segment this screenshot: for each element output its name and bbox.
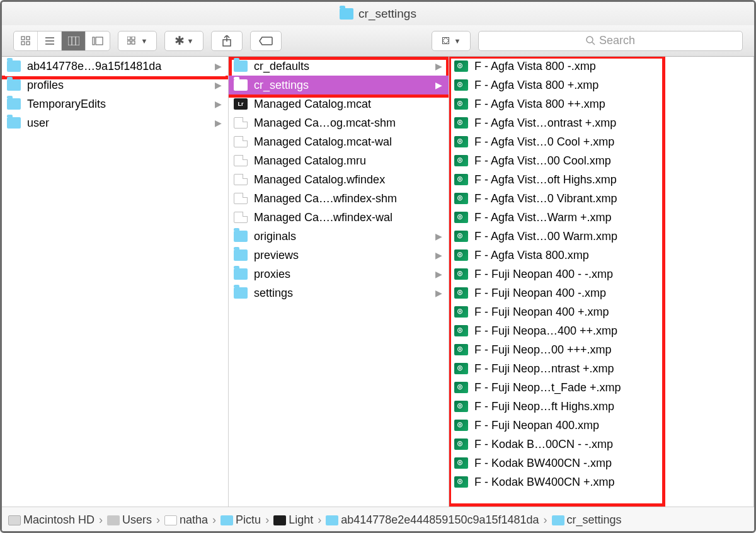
view-gallery-icon[interactable] <box>86 32 110 50</box>
path-segment[interactable]: Light <box>289 513 313 527</box>
xmp-icon <box>454 420 468 431</box>
chevron-right-icon: ▶ <box>215 99 222 109</box>
file-row[interactable]: cr_settings▶ <box>229 76 449 95</box>
file-row[interactable]: F - Agfa Vist…Warm +.xmp <box>449 208 753 227</box>
column-1[interactable]: ab414778e…9a15f1481da▶profiles▶Temporary… <box>2 57 229 507</box>
dropbox-button[interactable]: ⛋▼ <box>432 31 471 51</box>
file-name: F - Agfa Vist…ontrast +.xmp <box>474 117 616 130</box>
file-row[interactable]: F - Agfa Vista 800 ++.xmp <box>449 95 753 113</box>
search-field[interactable]: Search <box>478 31 743 51</box>
path-segment[interactable]: Users <box>122 513 152 527</box>
folder-icon <box>234 231 248 242</box>
file-row[interactable]: cr_defaults▶ <box>229 57 449 76</box>
file-name: Managed Ca…og.mcat-shm <box>254 117 396 130</box>
xmp-icon <box>454 457 468 469</box>
file-row[interactable]: F - Kodak BW400CN -.xmp <box>449 454 753 473</box>
chevron-down-icon: ▼ <box>454 37 461 45</box>
file-row[interactable]: F - Agfa Vist…ontrast +.xmp <box>449 113 753 132</box>
xmp-icon <box>454 212 468 223</box>
file-row[interactable]: F - Fuji Neopan 400 -.xmp <box>449 284 753 302</box>
file-row[interactable]: F - Agfa Vist…0 Cool +.xmp <box>449 132 753 151</box>
file-row[interactable]: F - Agfa Vist…oft Highs.xmp <box>449 170 753 189</box>
file-row[interactable]: F - Agfa Vist…00 Cool.xmp <box>449 151 753 170</box>
view-columns-icon[interactable] <box>62 32 86 50</box>
file-name: F - Fuji Neopan 400 +.xmp <box>474 306 609 319</box>
path-segment[interactable]: natha <box>180 513 208 527</box>
arrange-button[interactable]: ▼ <box>118 31 157 51</box>
file-name: F - Agfa Vista 800 ++.xmp <box>474 98 605 111</box>
xmp-icon <box>454 249 468 261</box>
folder-icon <box>340 8 353 20</box>
file-row[interactable]: F - Kodak BW400CN +.xmp <box>449 473 753 491</box>
file-row[interactable]: F - Fuji Neop…00 +++.xmp <box>449 340 753 359</box>
svg-rect-2 <box>21 42 25 45</box>
xmp-icon <box>454 306 468 318</box>
file-row[interactable]: F - Fuji Neopa…400 ++.xmp <box>449 321 753 340</box>
xmp-icon <box>454 193 468 204</box>
file-row[interactable]: originals▶ <box>229 227 449 246</box>
window-title: cr_settings <box>358 7 416 21</box>
file-row[interactable]: ab414778e…9a15f1481da▶ <box>2 57 228 76</box>
file-name: F - Agfa Vist…oft Highs.xmp <box>474 173 617 186</box>
chevron-down-icon: ▼ <box>141 37 148 45</box>
file-row[interactable]: user▶ <box>2 113 228 132</box>
file-row[interactable]: Managed Ca…og.mcat-shm <box>229 113 449 132</box>
file-name: F - Kodak BW400CN +.xmp <box>474 476 615 489</box>
xmp-icon <box>454 476 468 488</box>
file-row[interactable]: F - Fuji Neop…ft Highs.xmp <box>449 397 753 416</box>
file-row[interactable]: F - Kodak B…00CN - -.xmp <box>449 435 753 454</box>
file-row[interactable]: TemporaryEdits▶ <box>2 95 228 113</box>
folder-icon <box>7 79 21 91</box>
column-3[interactable]: F - Agfa Vista 800 -.xmpF - Agfa Vista 8… <box>449 57 754 507</box>
share-button[interactable] <box>211 31 243 51</box>
xmp-icon <box>454 382 468 393</box>
action-button[interactable]: ✱▼ <box>164 31 203 51</box>
file-row[interactable]: Managed Catalog.mcat <box>229 95 449 113</box>
svg-rect-11 <box>96 37 103 45</box>
file-name: proxies <box>254 268 290 281</box>
file-row[interactable]: F - Agfa Vista 800 -.xmp <box>449 57 753 76</box>
doc-icon <box>234 212 248 223</box>
file-row[interactable]: settings▶ <box>229 284 449 302</box>
file-name: F - Fuji Neop…ntrast +.xmp <box>474 362 614 375</box>
path-segment[interactable]: ab414778e2e444859150c9a15f1481da <box>341 513 539 527</box>
path-icon <box>326 515 338 525</box>
file-row[interactable]: profiles▶ <box>2 76 228 95</box>
file-row[interactable]: F - Fuji Neopan 400 - -.xmp <box>449 265 753 284</box>
view-list-icon[interactable] <box>38 32 62 50</box>
path-icon <box>220 515 233 525</box>
file-row[interactable]: F - Agfa Vist…00 Warm.xmp <box>449 227 753 246</box>
chevron-right-icon: ▶ <box>215 80 222 90</box>
path-segment[interactable]: Pictu <box>236 513 261 527</box>
file-row[interactable]: Managed Ca….wfindex-wal <box>229 208 449 227</box>
file-row[interactable]: F - Agfa Vist…0 Vibrant.xmp <box>449 189 753 208</box>
tag-icon <box>259 37 273 45</box>
path-bar[interactable]: Macintosh HD›Users›natha›Pictu›Light›ab4… <box>2 507 754 533</box>
file-row[interactable]: previews▶ <box>229 246 449 265</box>
file-row[interactable]: F - Fuji Neopan 400 +.xmp <box>449 302 753 321</box>
file-row[interactable]: F - Agfa Vista 800.xmp <box>449 246 753 265</box>
file-row[interactable]: Managed Catalog.mru <box>229 151 449 170</box>
file-row[interactable]: proxies▶ <box>229 265 449 284</box>
svg-rect-1 <box>26 37 30 40</box>
folder-icon <box>7 117 21 129</box>
tags-button[interactable] <box>250 31 282 51</box>
file-row[interactable]: F - Agfa Vista 800 +.xmp <box>449 76 753 95</box>
file-row[interactable]: Managed Catalog.mcat-wal <box>229 132 449 151</box>
file-name: Managed Ca….wfindex-wal <box>254 211 392 224</box>
chevron-right-icon: ▶ <box>435 269 442 279</box>
file-row[interactable]: F - Fuji Neop…ntrast +.xmp <box>449 359 753 378</box>
path-segment[interactable]: Macintosh HD <box>23 513 94 527</box>
file-row[interactable]: Managed Ca….wfindex-shm <box>229 189 449 208</box>
path-separator: › <box>263 513 271 527</box>
file-name: Managed Catalog.mru <box>254 154 366 168</box>
folder-icon <box>234 60 248 72</box>
file-name: F - Fuji Neop…00 +++.xmp <box>474 343 612 357</box>
column-2[interactable]: cr_defaults▶cr_settings▶Managed Catalog.… <box>229 57 449 507</box>
doc-icon <box>234 155 248 166</box>
file-row[interactable]: F - Fuji Neop…t_Fade +.xmp <box>449 378 753 397</box>
path-segment[interactable]: cr_settings <box>567 513 622 527</box>
file-row[interactable]: Managed Catalog.wfindex <box>229 170 449 189</box>
view-icon-grid[interactable] <box>14 32 38 50</box>
file-row[interactable]: F - Fuji Neopan 400.xmp <box>449 416 753 435</box>
